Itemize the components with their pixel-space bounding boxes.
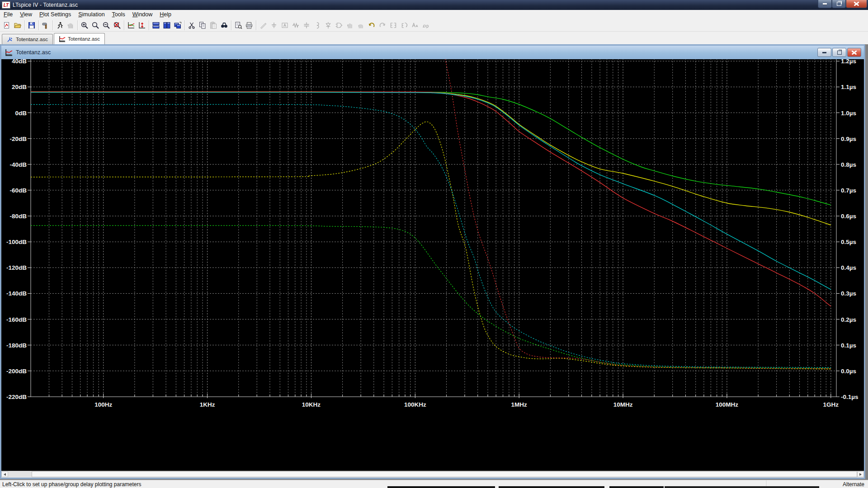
zoom-out-icon[interactable]: [101, 20, 112, 31]
waveform-window-title: Totentanz.asc: [16, 49, 51, 56]
save-icon[interactable]: [26, 20, 37, 31]
find-icon[interactable]: [219, 20, 230, 31]
y-axis-left-label[interactable]: 0dB: [15, 110, 27, 117]
menu-tools[interactable]: Tools: [108, 10, 129, 19]
x-axis-label[interactable]: 100MHz: [716, 401, 739, 408]
tab-waveform-label: Totentanz.asc: [68, 36, 100, 42]
move-icon: [344, 20, 355, 31]
pan-plot-icon[interactable]: [137, 20, 147, 31]
y-axis-left-label[interactable]: -100dB: [6, 239, 27, 245]
undo-icon[interactable]: [366, 20, 377, 31]
zoom-full-icon[interactable]: [90, 20, 101, 31]
taskbar-peek-segment: [499, 486, 604, 488]
toolbar-separator: [52, 20, 53, 30]
y-axis-right-label[interactable]: -0.1µs: [841, 394, 859, 400]
restore-icon: [837, 51, 842, 55]
y-axis-right-label[interactable]: 0.7µs: [841, 187, 856, 194]
tile-vertical-icon[interactable]: [161, 20, 172, 31]
plot-background: [1, 59, 864, 413]
redo-icon: [377, 20, 388, 31]
x-axis-label[interactable]: 1KHz: [200, 401, 215, 408]
menu-view[interactable]: View: [16, 10, 36, 19]
y-axis-right-label[interactable]: 1.0µs: [841, 110, 856, 117]
component-icon: [334, 20, 344, 31]
y-axis-left-label[interactable]: -20dB: [9, 136, 27, 142]
schematic-icon: [7, 36, 14, 43]
y-axis-left-label[interactable]: -180dB: [6, 342, 27, 349]
y-axis-left-label[interactable]: 20dB: [12, 84, 27, 90]
close-icon: [854, 2, 859, 6]
text-icon: [410, 20, 420, 31]
y-axis-right-label[interactable]: 0.5µs: [841, 239, 856, 245]
label-icon: [279, 20, 290, 31]
x-axis-label[interactable]: 10KHz: [302, 401, 321, 408]
x-axis-label[interactable]: 1MHz: [511, 401, 528, 408]
zoom-extents-icon[interactable]: [112, 20, 123, 31]
restore-button[interactable]: [832, 0, 846, 8]
y-axis-left-label[interactable]: -60dB: [9, 187, 27, 194]
copy-icon[interactable]: [197, 20, 208, 31]
y-axis-left-label[interactable]: -80dB: [9, 213, 27, 220]
control-panel-icon[interactable]: [40, 20, 51, 31]
plot-close-button[interactable]: [847, 48, 861, 57]
y-axis-right-label[interactable]: 0.6µs: [841, 213, 856, 220]
scroll-left-button[interactable]: [1, 471, 8, 477]
x-axis-label[interactable]: 1GHz: [823, 401, 839, 408]
tab-schematic[interactable]: Totentanz.asc: [2, 34, 53, 44]
mdi-area: Totentanz.asc 100Hz1KHz10KHz100KHz1MHz10…: [0, 44, 868, 480]
waveform-plot-area[interactable]: 100Hz1KHz10KHz100KHz1MHz10MHz100MHz1GHz8…: [1, 59, 864, 471]
waveform-window-title-bar[interactable]: Totentanz.asc: [1, 46, 864, 59]
y-axis-left-label[interactable]: -40dB: [9, 161, 27, 168]
y-axis-right-label[interactable]: 0.1µs: [841, 342, 856, 349]
horizontal-scrollbar[interactable]: [1, 471, 864, 478]
y-axis-left-label[interactable]: -220dB: [6, 394, 27, 400]
y-axis-left-label[interactable]: -160dB: [6, 316, 27, 323]
title-bar[interactable]: LT LTspice IV - Totentanz.asc: [0, 0, 868, 10]
x-axis-label[interactable]: 100Hz: [94, 401, 112, 408]
y-axis-right-label[interactable]: 0.3µs: [841, 290, 856, 297]
y-axis-right-label[interactable]: 0.9µs: [841, 136, 856, 142]
y-axis-right-label[interactable]: 0.8µs: [841, 161, 856, 168]
diode-icon: [323, 20, 334, 31]
menu-file[interactable]: File: [0, 10, 16, 19]
tab-schematic-label: Totentanz.asc: [16, 37, 48, 42]
cut-icon[interactable]: [186, 20, 197, 31]
y-axis-right-label[interactable]: 0.4µs: [841, 264, 856, 271]
y-axis-right-label[interactable]: 1.1µs: [841, 84, 856, 90]
menu-window[interactable]: Window: [129, 10, 156, 19]
tile-horizontal-icon[interactable]: [151, 20, 161, 31]
toolbar-separator: [77, 20, 78, 30]
x-axis-label[interactable]: 10MHz: [613, 401, 633, 408]
scroll-right-button[interactable]: [857, 471, 864, 477]
print-icon[interactable]: [244, 20, 255, 31]
minimize-icon: [822, 52, 826, 53]
x-axis-label[interactable]: 100KHz: [404, 401, 426, 408]
y-axis-right-label[interactable]: 1.2µs: [841, 59, 856, 65]
scrollbar-thumb[interactable]: [32, 471, 857, 477]
y-axis-right-label[interactable]: 0.2µs: [841, 316, 856, 323]
scrollbar-track[interactable]: [8, 471, 857, 478]
close-button[interactable]: [846, 0, 867, 8]
y-axis-left-label[interactable]: -140dB: [6, 290, 27, 297]
toolbar-separator: [124, 20, 124, 30]
y-axis-left-label[interactable]: -200dB: [6, 368, 27, 375]
cascade-windows-icon[interactable]: [172, 20, 183, 31]
menu-help[interactable]: Help: [156, 10, 175, 19]
y-axis-left-label[interactable]: 40dB: [12, 59, 27, 65]
print-preview-icon[interactable]: [233, 20, 244, 31]
menu-plot-settings[interactable]: Plot Settings: [36, 10, 75, 19]
open-icon[interactable]: [12, 20, 23, 31]
y-axis-left-label[interactable]: -120dB: [6, 264, 27, 271]
zoom-in-icon[interactable]: [79, 20, 90, 31]
y-axis-right-label[interactable]: 0.0µs: [841, 368, 856, 375]
new-schematic-icon[interactable]: [1, 20, 12, 31]
minimize-button[interactable]: [818, 0, 832, 8]
bode-plot[interactable]: 100Hz1KHz10KHz100KHz1MHz10MHz100MHz1GHz8…: [1, 59, 864, 413]
tab-waveform[interactable]: Totentanz.asc: [54, 33, 105, 44]
toolbar-separator: [184, 20, 185, 30]
menu-simulation[interactable]: Simulation: [75, 10, 108, 19]
run-icon[interactable]: [54, 20, 65, 31]
plot-restore-button[interactable]: [832, 48, 846, 57]
plot-minimize-button[interactable]: [817, 48, 831, 57]
autorange-y-icon[interactable]: [126, 20, 137, 31]
